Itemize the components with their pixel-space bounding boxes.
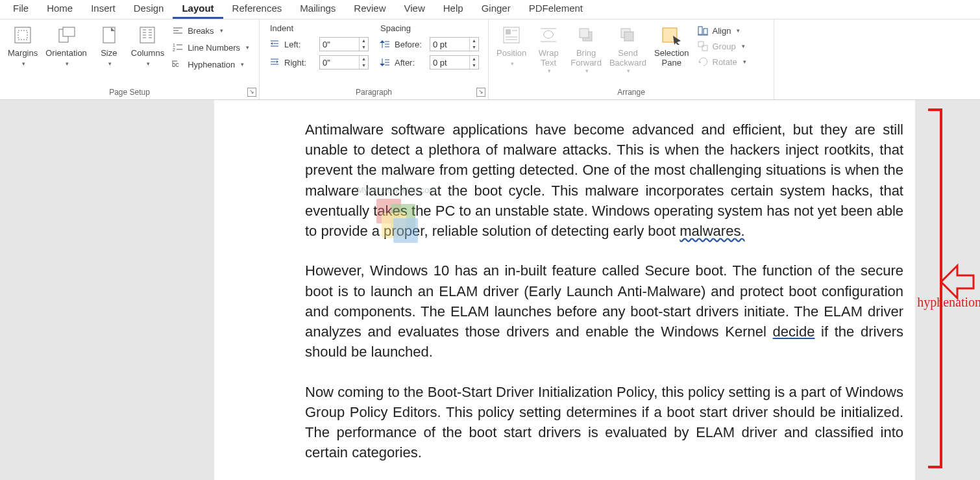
svg-rect-47: [624, 32, 633, 41]
size-button[interactable]: Size▾: [91, 22, 127, 69]
wrap-text-button: Wrap Text ▾: [530, 22, 567, 74]
spacing-after-spinner[interactable]: ▲▼: [430, 55, 479, 69]
document-page[interactable]: MyWindowsHub.com Antimalware software ap…: [214, 100, 915, 480]
ribbon-tabs: File Home Insert Design Layout Reference…: [0, 0, 980, 19]
spacing-after-label: After:: [395, 58, 426, 68]
down-arrow-icon[interactable]: ▼: [360, 44, 368, 51]
indent-left-input[interactable]: [320, 38, 359, 51]
svg-rect-49: [698, 27, 702, 34]
left-gutter: [0, 100, 214, 480]
tab-review[interactable]: Review: [345, 0, 395, 19]
breaks-button[interactable]: Breaks▾: [171, 23, 251, 38]
annotation-label: hyphenation: [917, 295, 980, 310]
p1-text: Antimalware software applications have b…: [305, 121, 903, 239]
orientation-button[interactable]: Orientation▾: [42, 22, 91, 69]
up-arrow-icon[interactable]: ▲: [360, 38, 368, 44]
line-numbers-label: Line Numbers: [188, 43, 240, 53]
p1-wavy: malwares.: [680, 223, 744, 239]
group-label-arrange: Arrange: [493, 86, 770, 99]
indent-left-spinner[interactable]: ▲▼: [319, 37, 369, 51]
chevron-down-icon: ▾: [147, 60, 150, 67]
align-button[interactable]: Align▾: [697, 25, 746, 36]
hyphenation-icon: bc: [172, 58, 184, 70]
svg-rect-45: [580, 29, 589, 38]
selection-pane-label: Selection Pane: [654, 48, 689, 68]
group-label-paragraph: Paragraph: [263, 86, 484, 99]
chevron-down-icon: ▾: [246, 44, 249, 51]
tab-references[interactable]: References: [223, 0, 291, 19]
svg-rect-38: [506, 29, 511, 34]
down-arrow-icon[interactable]: ▼: [470, 62, 478, 69]
selection-pane-icon: [661, 25, 682, 45]
tab-pdfelement[interactable]: PDFelement: [520, 0, 592, 19]
group-objects-label: Group: [713, 42, 736, 51]
indent-right-input[interactable]: [320, 56, 359, 69]
svg-text:2: 2: [173, 47, 175, 52]
wrap-text-icon: [538, 25, 559, 45]
tab-insert[interactable]: Insert: [82, 0, 125, 19]
tab-layout[interactable]: Layout: [173, 0, 223, 19]
document-workspace: MyWindowsHub.com Antimalware software ap…: [0, 100, 980, 480]
ribbon: Margins▾ Orientation▾ Size▾ Columns▾: [0, 19, 980, 100]
body-paragraph-1[interactable]: Antimalware software applications have b…: [305, 120, 903, 241]
selection-pane-button[interactable]: Selection Pane: [650, 22, 692, 68]
group-arrange: Position▾ Wrap Text ▾ Bring Forward ▾ Se…: [489, 19, 774, 99]
chevron-down-icon: ▾: [742, 43, 745, 49]
svg-text:bc: bc: [172, 61, 179, 68]
spacing-before-input[interactable]: [430, 38, 469, 51]
spacing-before-spinner[interactable]: ▲▼: [430, 37, 479, 51]
up-arrow-icon[interactable]: ▲: [360, 56, 368, 62]
indent-right-spinner[interactable]: ▲▼: [319, 55, 369, 69]
body-paragraph-2[interactable]: However, Windows 10 has an in-built feat…: [305, 260, 903, 362]
tab-file[interactable]: File: [4, 0, 38, 19]
rotate-button: Rotate▾: [697, 56, 746, 68]
spacing-before-icon: [379, 38, 391, 50]
margins-label: Margins: [8, 48, 38, 58]
tab-design[interactable]: Design: [125, 0, 173, 19]
columns-button[interactable]: Columns▾: [127, 22, 168, 69]
down-arrow-icon[interactable]: ▼: [470, 44, 478, 51]
tab-home[interactable]: Home: [38, 0, 82, 19]
down-arrow-icon[interactable]: ▼: [360, 62, 368, 69]
tab-view[interactable]: View: [395, 0, 434, 19]
page-setup-launcher[interactable]: ↘: [247, 88, 256, 97]
chevron-down-icon: ▾: [108, 60, 112, 67]
chevron-down-icon: ▾: [241, 61, 244, 68]
indent-header: Indent: [269, 22, 369, 37]
up-arrow-icon[interactable]: ▲: [470, 56, 478, 62]
hyphenation-label: Hyphenation: [188, 60, 235, 69]
tab-ginger[interactable]: Ginger: [472, 0, 520, 19]
orientation-label: Orientation: [45, 48, 87, 58]
rotate-label: Rotate: [713, 57, 737, 67]
breaks-icon: [172, 25, 184, 36]
group-paragraph: Indent Left: ▲▼ Right: ▲▼: [260, 19, 489, 99]
chevron-down-icon: ▾: [585, 68, 589, 74]
indent-left-label: Left:: [284, 40, 315, 49]
hyphenation-button[interactable]: bc Hyphenation▾: [171, 57, 251, 71]
columns-label: Columns: [131, 48, 164, 58]
rotate-icon: [697, 56, 709, 68]
size-icon: [99, 25, 119, 45]
margins-button[interactable]: Margins▾: [4, 22, 42, 69]
breaks-label: Breaks: [188, 26, 214, 36]
tab-mailings[interactable]: Mailings: [291, 0, 345, 19]
chevron-down-icon: ▾: [220, 27, 223, 34]
bring-forward-icon: [576, 25, 596, 45]
svg-rect-1: [18, 31, 27, 40]
columns-icon: [137, 25, 158, 45]
up-arrow-icon[interactable]: ▲: [470, 38, 478, 44]
wrap-text-label: Wrap Text: [539, 48, 559, 68]
tab-help[interactable]: Help: [434, 0, 472, 19]
send-backward-button: Send Backward ▾: [606, 22, 650, 74]
indent-right-icon: [269, 57, 280, 68]
spacing-before-label: Before:: [395, 40, 426, 49]
body-paragraph-3[interactable]: Now coming to the Boot-Start Driver Init…: [305, 382, 903, 463]
spacing-after-input[interactable]: [430, 56, 469, 69]
position-label: Position: [496, 48, 526, 58]
chevron-down-icon: ▾: [737, 27, 740, 34]
indent-right-label: Right:: [284, 58, 315, 68]
group-page-setup: Margins▾ Orientation▾ Size▾ Columns▾: [0, 19, 260, 99]
line-numbers-button[interactable]: 12 Line Numbers▾: [171, 40, 251, 55]
margins-icon: [12, 25, 33, 45]
paragraph-launcher[interactable]: ↘: [476, 88, 485, 97]
